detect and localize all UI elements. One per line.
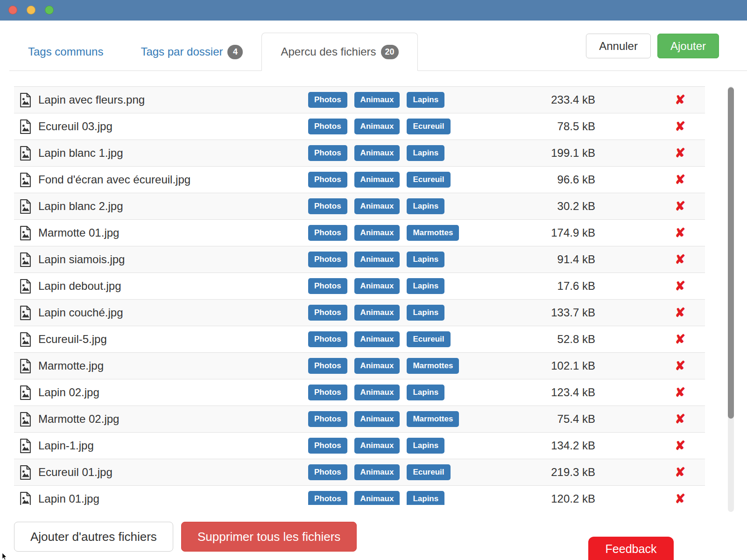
tag-pill: Photos — [308, 331, 347, 347]
file-image-icon — [14, 465, 38, 480]
file-tags: PhotosAnimauxEcureuil — [308, 464, 551, 480]
feedback-button[interactable]: Feedback — [588, 537, 674, 560]
tag-pill: Photos — [308, 385, 347, 400]
delete-file-button[interactable]: ✘ — [675, 412, 685, 426]
delete-file-button[interactable]: ✘ — [675, 93, 685, 107]
file-image-icon — [14, 226, 38, 240]
tag-pill: Animaux — [354, 331, 400, 347]
tag-pill: Animaux — [354, 225, 400, 241]
file-image-icon — [14, 332, 38, 347]
file-row: Lapin blanc 1.jpg PhotosAnimauxLapins 19… — [14, 140, 705, 167]
file-image-icon — [14, 199, 38, 214]
cancel-button[interactable]: Annuler — [586, 34, 651, 58]
file-name: Lapin avec fleurs.png — [38, 93, 308, 106]
file-tags: PhotosAnimauxLapins — [308, 92, 551, 108]
scrollbar-track[interactable] — [728, 86, 734, 512]
file-size: 78.5 kB — [551, 120, 595, 133]
mouse-cursor-icon — [0, 553, 9, 560]
file-size: 30.2 kB — [551, 200, 595, 213]
add-button[interactable]: Ajouter — [657, 34, 719, 58]
tag-pill: Lapins — [407, 252, 444, 267]
add-more-files-button[interactable]: Ajouter d'autres fichiers — [14, 522, 173, 552]
file-name: Marmotte 01.jpg — [38, 226, 308, 239]
delete-file-button[interactable]: ✘ — [675, 439, 685, 453]
delete-file-button[interactable]: ✘ — [675, 199, 685, 213]
tag-pill: Lapins — [407, 491, 444, 505]
file-image-icon — [14, 492, 38, 505]
tag-pill: Ecureuil — [407, 464, 450, 480]
tag-pill: Marmottes — [407, 225, 459, 241]
tag-pill: Ecureuil — [407, 119, 450, 134]
delete-file-button[interactable]: ✘ — [675, 146, 685, 160]
file-row: Fond d'écran avec écureuil.jpg PhotosAni… — [14, 167, 705, 193]
tab-count-badge: 20 — [381, 45, 399, 59]
tag-pill: Photos — [308, 198, 347, 214]
tag-pill: Animaux — [354, 385, 400, 400]
tag-pill: Lapins — [407, 145, 444, 161]
tag-pill: Photos — [308, 119, 347, 134]
window-titlebar — [0, 0, 747, 21]
file-name: Lapin 02.jpg — [38, 386, 308, 399]
delete-file-button[interactable]: ✘ — [675, 306, 685, 320]
tag-pill: Animaux — [354, 491, 400, 505]
file-name: Lapin couché.jpg — [38, 306, 308, 319]
tag-pill: Lapins — [407, 278, 444, 294]
tag-pill: Ecureuil — [407, 172, 450, 188]
file-name: Marmotte 02.jpg — [38, 413, 308, 426]
tag-pill: Photos — [308, 411, 347, 427]
scrollbar-thumb[interactable] — [728, 87, 734, 419]
delete-all-files-button[interactable]: Supprimer tous les fichiers — [181, 522, 357, 552]
tag-pill: Animaux — [354, 252, 400, 267]
tag-pill: Lapins — [407, 305, 444, 321]
delete-file-button[interactable]: ✘ — [675, 252, 685, 266]
tag-pill: Photos — [308, 358, 347, 374]
file-tags: PhotosAnimauxEcureuil — [308, 172, 551, 188]
file-size: 96.6 kB — [551, 173, 595, 186]
delete-file-button[interactable]: ✘ — [675, 173, 685, 187]
file-size: 174.9 kB — [551, 226, 595, 239]
tag-pill: Animaux — [354, 145, 400, 161]
file-size: 233.4 kB — [551, 93, 595, 106]
tag-pill: Animaux — [354, 305, 400, 321]
tab[interactable]: Tags par dossier 4 — [122, 33, 261, 71]
tag-pill: Lapins — [407, 92, 444, 108]
tab[interactable]: Tags communs — [9, 33, 122, 71]
tab-label: Tags communs — [28, 45, 103, 58]
tag-pill: Photos — [308, 278, 347, 294]
file-tags: PhotosAnimauxLapins — [308, 145, 551, 161]
delete-file-button[interactable]: ✘ — [675, 332, 685, 346]
delete-file-button[interactable]: ✘ — [675, 119, 685, 133]
file-name: Ecureuil-5.jpg — [38, 333, 308, 346]
tag-pill: Lapins — [407, 438, 444, 454]
delete-file-button[interactable]: ✘ — [675, 465, 685, 479]
delete-file-button[interactable]: ✘ — [675, 279, 685, 293]
file-row: Lapin blanc 2.jpg PhotosAnimauxLapins 30… — [14, 193, 705, 220]
file-size: 17.6 kB — [551, 280, 595, 293]
delete-file-button[interactable]: ✘ — [675, 226, 685, 240]
file-image-icon — [14, 412, 38, 427]
tag-pill: Marmottes — [407, 411, 459, 427]
tag-pill: Animaux — [354, 119, 400, 134]
file-image-icon — [14, 306, 38, 320]
file-name: Lapin blanc 1.jpg — [38, 147, 308, 160]
tag-pill: Photos — [308, 145, 347, 161]
delete-file-button[interactable]: ✘ — [675, 492, 685, 505]
tag-pill: Photos — [308, 92, 347, 108]
delete-file-button[interactable]: ✘ — [675, 359, 685, 373]
tag-pill: Photos — [308, 491, 347, 505]
file-size: 91.4 kB — [551, 253, 595, 266]
file-name: Lapin debout.jpg — [38, 280, 308, 293]
tag-pill: Animaux — [354, 464, 400, 480]
tag-pill: Animaux — [354, 92, 400, 108]
file-tags: PhotosAnimauxMarmottes — [308, 411, 551, 427]
file-name: Ecureuil 03.jpg — [38, 120, 308, 133]
file-row: Marmotte.jpg PhotosAnimauxMarmottes 102.… — [14, 353, 705, 379]
file-name: Lapin-1.jpg — [38, 439, 308, 452]
file-name: Fond d'écran avec écureuil.jpg — [38, 173, 308, 186]
close-window-icon[interactable] — [8, 6, 17, 14]
file-size: 134.2 kB — [551, 439, 595, 452]
zoom-window-icon[interactable] — [45, 6, 54, 14]
delete-file-button[interactable]: ✘ — [675, 385, 685, 399]
minimize-window-icon[interactable] — [27, 6, 35, 14]
tab[interactable]: Apercu des fichiers 20 — [261, 33, 417, 71]
